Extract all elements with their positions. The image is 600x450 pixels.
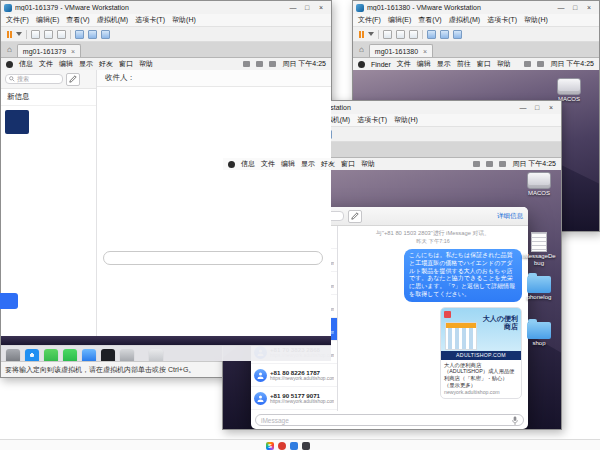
mic-icon[interactable] — [512, 416, 518, 425]
close-button[interactable]: × — [314, 1, 328, 14]
show-library-icon[interactable] — [427, 30, 436, 39]
mac-menu-help[interactable]: 帮助 — [361, 159, 375, 169]
mac-menu-help[interactable]: 帮助 — [497, 59, 511, 69]
mac-menu-window[interactable]: 窗口 — [341, 159, 355, 169]
mac-menu-view[interactable]: 显示 — [437, 59, 451, 69]
revert-snapshot-icon[interactable] — [44, 30, 53, 39]
bluetooth-icon[interactable] — [473, 161, 480, 167]
menu-tabs[interactable]: 选项卡(T) — [135, 15, 165, 25]
menubar-clock[interactable]: 周日 下午4:25 — [550, 59, 594, 69]
mac-menu-go[interactable]: 前往 — [457, 59, 471, 69]
power-dropdown-icon[interactable] — [368, 32, 374, 36]
spotlight-icon[interactable] — [269, 61, 276, 67]
taskbar-explorer-icon[interactable] — [302, 442, 310, 450]
mac-menu-edit[interactable]: 编辑 — [59, 59, 73, 69]
menu-tabs[interactable]: 选项卡(T) — [357, 115, 387, 125]
desktop-icon-imessagedebug[interactable]: iMessageDebug — [521, 232, 557, 266]
blue-badge[interactable] — [0, 293, 18, 309]
wifi-icon[interactable] — [486, 161, 493, 167]
manage-snapshots-icon[interactable] — [57, 30, 66, 39]
conversation-row[interactable]: +81 90 5177 9071https://newyork.adultish… — [251, 387, 337, 410]
close-button[interactable]: × — [544, 101, 558, 114]
contact-avatar[interactable] — [5, 110, 29, 134]
mac-menu-file[interactable]: 文件 — [397, 59, 411, 69]
power-dropdown-icon[interactable] — [16, 32, 22, 36]
link-preview-card[interactable]: 大人の便利商店 ADULTISHOP.COM 大人の便利商店（ADULTISHO… — [440, 307, 522, 399]
menu-help[interactable]: 帮助(H) — [172, 15, 196, 25]
trash-icon[interactable] — [149, 349, 163, 361]
mac-menu-view[interactable]: 显示 — [79, 59, 93, 69]
menu-edit[interactable]: 编辑(E) — [388, 15, 411, 25]
menu-file[interactable]: 文件(F) — [6, 15, 29, 25]
show-library-icon[interactable] — [75, 30, 84, 39]
settings-icon[interactable] — [120, 349, 134, 361]
minimize-button[interactable]: — — [286, 1, 300, 14]
search-field[interactable]: 搜索 — [5, 74, 63, 84]
tab-close-icon[interactable]: × — [423, 48, 427, 55]
mac-menu-edit[interactable]: 编辑 — [417, 59, 431, 69]
mac-menu-window[interactable]: 窗口 — [119, 59, 133, 69]
conversation-row[interactable]: +81 80 8226 1787https://newyork.adultish… — [251, 364, 337, 387]
apple-menu-icon[interactable] — [358, 61, 365, 68]
apple-menu-icon[interactable] — [6, 61, 13, 68]
console-view-icon[interactable] — [440, 30, 449, 39]
mac-menu-app[interactable]: 信息 — [19, 59, 33, 69]
fullscreen-icon[interactable] — [453, 30, 462, 39]
mac-menu-buddies[interactable]: 好友 — [99, 59, 113, 69]
wifi-icon[interactable] — [243, 61, 250, 67]
sogou-input-icon[interactable]: S — [266, 442, 274, 450]
facetime-icon[interactable] — [63, 349, 77, 361]
manage-snapshots-icon[interactable] — [409, 30, 418, 39]
minimize-button[interactable]: — — [554, 1, 568, 14]
message-input[interactable] — [103, 251, 323, 265]
battery-icon[interactable] — [499, 161, 506, 167]
menu-vm[interactable]: 虚拟机(M) — [449, 15, 481, 25]
mac-menu-app[interactable]: 信息 — [241, 159, 255, 169]
menu-help[interactable]: 帮助(H) — [394, 115, 418, 125]
menu-file[interactable]: 文件(F) — [358, 15, 381, 25]
to-field[interactable]: 收件人： — [97, 70, 331, 87]
taskbar-browser-icon[interactable] — [278, 442, 286, 450]
home-tab-icon[interactable]: ⌂ — [357, 43, 366, 57]
desktop-icon-phonelog[interactable]: phonelog — [521, 276, 557, 301]
battery-icon[interactable] — [537, 61, 544, 67]
window-titlebar[interactable]: mg01-161380 - VMware Workstation — □ × — [353, 1, 599, 14]
mac-menu-help[interactable]: 帮助 — [139, 59, 153, 69]
fullscreen-icon[interactable] — [101, 30, 110, 39]
menu-edit[interactable]: 编辑(E) — [36, 15, 59, 25]
vm-tab[interactable]: mg01-161380 × — [369, 44, 433, 57]
close-button[interactable]: × — [582, 1, 596, 14]
taskbar-app-icon[interactable] — [290, 442, 298, 450]
mac-menu-app[interactable]: Finder — [371, 61, 391, 68]
wifi-icon[interactable] — [524, 61, 531, 67]
maximize-button[interactable]: □ — [568, 1, 582, 14]
menu-help[interactable]: 帮助(H) — [524, 15, 548, 25]
menu-view[interactable]: 查看(V) — [66, 15, 89, 25]
mail-icon[interactable] — [82, 349, 96, 361]
menubar-clock[interactable]: 周日 下午4:25 — [512, 159, 556, 169]
maximize-button[interactable]: □ — [530, 101, 544, 114]
mac-menu-window[interactable]: 窗口 — [477, 59, 491, 69]
console-view-icon[interactable] — [88, 30, 97, 39]
compose-button[interactable] — [66, 73, 80, 86]
message-input[interactable]: iMessage — [255, 414, 524, 426]
desktop-icon-macos-disk[interactable]: MACOS — [521, 172, 557, 197]
menu-vm[interactable]: 虚拟机(M) — [97, 15, 129, 25]
apple-menu-icon[interactable] — [228, 161, 235, 168]
snapshot-icon[interactable] — [383, 30, 392, 39]
menubar-clock[interactable]: 周日 下午4:25 — [282, 59, 326, 69]
desktop-icon-macos-disk[interactable]: MACOS — [551, 78, 587, 103]
tab-close-icon[interactable]: × — [71, 48, 75, 55]
mac-menu-file[interactable]: 文件 — [261, 159, 275, 169]
vm-tab[interactable]: mg01-161379 × — [17, 44, 81, 57]
details-button[interactable]: 详细信息 — [497, 212, 523, 221]
menu-view[interactable]: 查看(V) — [418, 15, 441, 25]
messages-icon[interactable] — [44, 349, 58, 361]
mac-menu-view[interactable]: 显示 — [301, 159, 315, 169]
pause-vm-icon[interactable] — [359, 31, 364, 38]
desktop-icon-shop[interactable]: shop — [521, 322, 557, 347]
snapshot-icon[interactable] — [31, 30, 40, 39]
battery-icon[interactable] — [256, 61, 263, 67]
terminal-icon[interactable] — [101, 349, 115, 361]
menu-tabs[interactable]: 选项卡(T) — [487, 15, 517, 25]
